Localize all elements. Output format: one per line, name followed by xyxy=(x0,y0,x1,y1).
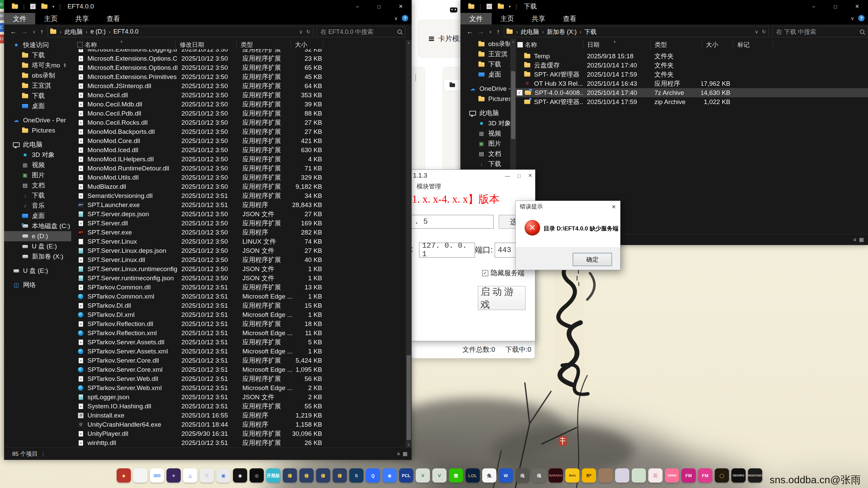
column-header-名称[interactable]: 名称 xyxy=(515,40,583,49)
kook-icon[interactable]: 开黑版 xyxy=(266,468,280,483)
file-row[interactable]: SPT.Server.Linux.deps.json2025/10/12 3:5… xyxy=(75,246,406,255)
sidebar-item[interactable]: 本地磁盘 (C:) xyxy=(4,221,71,231)
start-game-button[interactable]: 启动游戏 xyxy=(478,286,526,310)
ribbon-expand-icon[interactable]: ∨ xyxy=(394,16,398,21)
properties-icon[interactable]: ✓ xyxy=(486,3,493,9)
360-software-icon[interactable]: 360 xyxy=(150,468,164,483)
wukong-icon[interactable]: WUKONG xyxy=(748,468,762,483)
file-row[interactable]: SPTarkov.DI.dll2025/10/12 3:51应用程序扩展15 K… xyxy=(75,301,406,310)
file-row[interactable]: System.IO.Hashing.dll2025/10/12 3:51应用程序… xyxy=(75,402,406,411)
desktop-icon-O[interactable]: O xyxy=(0,35,4,43)
title-bar[interactable]: | ✓ ▾ | 下载 − □ ✕ xyxy=(460,0,868,13)
sidebar-item[interactable]: obs录制 xyxy=(460,39,510,49)
column-header-类型[interactable]: 类型 xyxy=(237,40,291,49)
sidebar-item[interactable]: 此电脑 xyxy=(460,108,510,118)
new-folder-icon[interactable] xyxy=(497,3,504,9)
column-header-类型[interactable]: 类型 xyxy=(651,40,702,49)
file-row[interactable]: winhttp.dll2025/10/12 3:51应用程序扩展26 KB xyxy=(75,438,406,447)
desktop-icon-M[interactable]: M xyxy=(0,12,4,20)
camera-app-icon[interactable]: ◉ xyxy=(382,468,397,483)
address-bar[interactable]: ›此电脑›新加卷 (X:)›下载 ∨ ↻ xyxy=(504,26,769,37)
breadcrumb-item[interactable]: e (D:) xyxy=(91,28,106,35)
file-row[interactable]: SPTarkov.Server.Core.dll2025/10/12 3:51应… xyxy=(75,356,406,365)
trainer-icon[interactable]: 修 xyxy=(283,468,297,483)
refresh-icon[interactable]: ↻ xyxy=(306,29,311,35)
file-row[interactable]: ✳OT Hub X3 Rel...2025/10/14 16:43应用程序117… xyxy=(515,79,868,88)
sidebar-item[interactable]: ■3D 对象 xyxy=(460,118,510,128)
sidebar-item[interactable]: ♪音乐 xyxy=(4,201,71,211)
file-row[interactable]: Microsoft.Extensions.Options.Con...2025/… xyxy=(75,54,406,63)
file-row[interactable]: SPT.Server.dll2025/10/12 3:50应用程序扩展169 K… xyxy=(75,219,406,228)
file-row[interactable]: Temp2025/9/18 15:18文件夹 xyxy=(515,52,868,61)
address-dropdown-icon[interactable]: ∨ xyxy=(755,29,758,35)
drag-handle[interactable] xyxy=(415,74,416,81)
breadcrumb-item[interactable]: EFT4.0.0 xyxy=(113,28,138,35)
sidebar-item[interactable]: 此电脑 xyxy=(4,140,71,150)
sidebar-item[interactable]: 下载 xyxy=(4,91,71,101)
sidebar-item[interactable]: ▤文档 xyxy=(460,149,510,159)
v-tool-icon[interactable]: V xyxy=(416,468,430,483)
minimize-button[interactable]: − xyxy=(347,0,368,13)
file-row[interactable]: Mono.Cecil.Rocks.dll2025/10/12 3:50应用程序扩… xyxy=(75,118,406,127)
trainer-icon[interactable]: 修 xyxy=(333,468,347,483)
sidebar-item[interactable]: ■3D 对象 xyxy=(4,150,71,160)
tab-文件[interactable]: 文件 xyxy=(4,13,35,24)
close-button[interactable]: ✕ xyxy=(390,0,412,13)
thumbnail-view-icon[interactable]: ▦ xyxy=(403,451,408,457)
row-checkbox-checked[interactable]: ✓ xyxy=(517,90,522,96)
thumbnail-view-icon[interactable]: ▦ xyxy=(859,237,864,243)
sidebar-item[interactable]: 新加卷 (X:) xyxy=(4,251,71,262)
sidebar-item[interactable]: 桌面 xyxy=(460,69,510,80)
open-folder-button[interactable] xyxy=(443,79,461,91)
file-row[interactable]: SPTarkov.Common.xml2025/10/12 3:51Micros… xyxy=(75,292,406,301)
file-row[interactable]: Mono.Cecil.Mdb.dll2025/10/12 3:50应用程序扩展3… xyxy=(75,100,406,109)
sidebar-item[interactable]: ▦视频 xyxy=(460,128,510,139)
file-row[interactable]: SPTarkov.DI.xml2025/10/12 3:51Microsoft … xyxy=(75,310,406,319)
hide-server-checkbox[interactable]: ✓ xyxy=(482,270,488,276)
close-button[interactable]: ✕ xyxy=(846,0,868,13)
sidebar-item[interactable]: Pictures xyxy=(4,125,71,136)
tab-主页[interactable]: 主页 xyxy=(35,13,66,24)
sailboat-app-icon[interactable]: △ xyxy=(183,468,197,483)
file-row[interactable]: SPT- AKI管理器2025/10/14 17:59文件夹 xyxy=(515,70,868,79)
steam-icon[interactable]: S xyxy=(349,468,363,483)
file-row[interactable]: Microsoft.JSInterop.dll2025/10/12 3:50应用… xyxy=(75,81,406,90)
sekiro-icon[interactable]: SEKIRO xyxy=(731,468,746,483)
v-tool-icon[interactable]: V xyxy=(432,468,447,483)
properties-icon[interactable]: ✓ xyxy=(29,3,36,9)
my-computer-icon[interactable]: ▣ xyxy=(216,468,231,483)
maximize-button[interactable]: □ xyxy=(825,0,846,13)
launcher-title-bar[interactable]: 1.1.3 — □ ✕ xyxy=(411,170,535,181)
nexus-dock-icon[interactable]: ◆ xyxy=(117,468,131,483)
rockstar-icon[interactable]: R* xyxy=(582,468,596,483)
help-icon[interactable]: ? xyxy=(858,15,865,21)
file-row[interactable]: 云盘缓存2025/10/14 17:40文件夹 xyxy=(515,61,868,70)
sidebar-item[interactable]: 桌面 xyxy=(4,211,71,221)
sidebar-item[interactable]: ↓下载 xyxy=(4,190,71,201)
sidebar-item[interactable]: 王宜淇 xyxy=(4,81,71,91)
file-row[interactable]: sptLogger.json2025/10/12 3:51JSON 文件2 KB xyxy=(75,392,406,402)
sidebar-item[interactable]: ☁OneDrive - Per xyxy=(4,115,71,125)
file-row[interactable]: ⚙Uninstall.exe2025/10/1 16:55应用程序1,219 K… xyxy=(75,411,406,420)
file-row[interactable]: MudBlazor.dll2025/10/12 3:50应用程序扩展9,182 … xyxy=(75,182,406,191)
obs-icon[interactable]: ◉ xyxy=(233,468,247,483)
file-row[interactable]: MonoMod.ILHelpers.dll2025/10/12 3:50应用程序… xyxy=(75,155,406,164)
file-row[interactable]: SPTarkov.Server.Web.xml2025/10/12 3:51Mi… xyxy=(75,383,406,392)
maximize-button[interactable]: □ xyxy=(517,173,520,179)
file-row[interactable]: MonoMod.Backports.dll2025/10/12 3:50应用程序… xyxy=(75,127,406,136)
search-input[interactable]: 在 下载 中搜索 xyxy=(772,26,868,37)
desktop-icon-G[interactable]: G xyxy=(0,0,4,9)
wegame-icon[interactable]: W xyxy=(499,468,513,483)
back-button[interactable]: ← xyxy=(10,28,17,36)
up-button[interactable]: ↑ xyxy=(40,28,44,36)
file-row[interactable]: Microsoft.Extensions.Primitives.dll2025/… xyxy=(75,72,406,81)
pcl-icon[interactable]: PCL xyxy=(399,468,413,483)
sidebar-item[interactable]: ▣图片 xyxy=(4,170,71,180)
file-row[interactable]: UUnityCrashHandler64.exe2025/10/1 18:44应… xyxy=(75,420,406,429)
file-row[interactable]: SPT.Server.runtimeconfig.json2025/10/12 … xyxy=(75,273,406,283)
breadcrumb-item[interactable]: 下载 xyxy=(584,28,596,36)
maximize-button[interactable]: □ xyxy=(368,0,390,13)
sidebar-item[interactable]: ☁OneDrive - xyxy=(460,84,510,94)
recent-locations-icon[interactable]: ∨ xyxy=(489,29,492,34)
column-header-名称[interactable]: 名称∧ xyxy=(75,40,176,49)
